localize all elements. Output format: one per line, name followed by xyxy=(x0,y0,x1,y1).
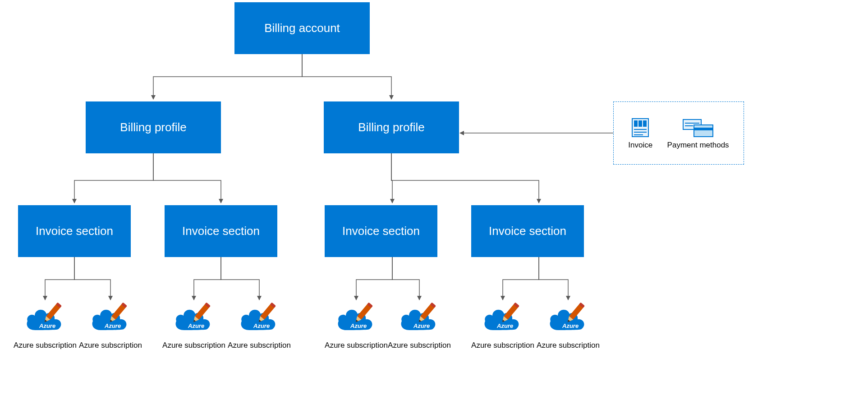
invoice-section-label: Invoice section xyxy=(182,224,260,238)
svg-rect-10 xyxy=(694,125,713,137)
invoice-section-node: Invoice section xyxy=(325,205,437,257)
azure-subscription-icon: Azure xyxy=(158,302,230,338)
billing-profile-label: Billing profile xyxy=(120,120,186,134)
billing-account-label: Billing account xyxy=(264,21,340,35)
billing-profile-label: Billing profile xyxy=(358,120,424,134)
svg-text:Azure: Azure xyxy=(496,322,513,329)
azure-subscription: Azure Azure subscription xyxy=(9,302,81,350)
azure-subscription: Azure Azure subscription xyxy=(532,302,604,350)
payment-methods-icon xyxy=(682,117,714,138)
azure-subscription-icon: Azure xyxy=(532,302,604,338)
azure-subscription: Azure Azure subscription xyxy=(320,302,392,350)
azure-subscription-label: Azure subscription xyxy=(383,341,455,350)
azure-subscription: Azure Azure subscription xyxy=(467,302,539,350)
azure-subscription-label: Azure subscription xyxy=(223,341,295,350)
payment-methods-info: Payment methods xyxy=(667,117,729,150)
invoice-section-label: Invoice section xyxy=(342,224,420,238)
azure-subscription-icon: Azure xyxy=(383,302,455,338)
azure-subscription: Azure Azure subscription xyxy=(383,302,455,350)
azure-subscription-icon: Azure xyxy=(467,302,539,338)
billing-profile-node: Billing profile xyxy=(86,101,221,153)
svg-text:Azure: Azure xyxy=(104,322,121,329)
diagram-canvas: Billing account Billing profile Billing … xyxy=(0,0,868,405)
azure-subscription-label: Azure subscription xyxy=(158,341,230,350)
invoice-section-node: Invoice section xyxy=(18,205,131,257)
azure-subscription-icon: Azure xyxy=(223,302,295,338)
azure-subscription-label: Azure subscription xyxy=(467,341,539,350)
azure-subscription: Azure Azure subscription xyxy=(74,302,147,350)
azure-subscription: Azure Azure subscription xyxy=(223,302,295,350)
svg-text:Azure: Azure xyxy=(350,322,367,329)
azure-subscription-label: Azure subscription xyxy=(74,341,147,350)
azure-subscription-label: Azure subscription xyxy=(320,341,392,350)
invoice-section-node: Invoice section xyxy=(471,205,584,257)
svg-rect-3 xyxy=(643,120,647,127)
invoice-section-label: Invoice section xyxy=(489,224,566,238)
azure-subscription-icon: Azure xyxy=(9,302,81,338)
svg-text:Azure: Azure xyxy=(39,322,55,329)
invoice-section-label: Invoice section xyxy=(36,224,113,238)
svg-text:Azure: Azure xyxy=(562,322,579,329)
profile-info-box: Invoice Payment methods xyxy=(613,101,744,165)
azure-subscription-icon: Azure xyxy=(320,302,392,338)
invoice-icon xyxy=(629,117,651,138)
azure-subscription-icon: Azure xyxy=(74,302,147,338)
svg-text:Azure: Azure xyxy=(413,322,430,329)
invoice-caption: Invoice xyxy=(628,141,652,150)
billing-account-node: Billing account xyxy=(234,2,370,54)
payment-methods-caption: Payment methods xyxy=(667,141,729,150)
azure-subscription-label: Azure subscription xyxy=(532,341,604,350)
billing-profile-node: Billing profile xyxy=(324,101,459,153)
svg-text:Azure: Azure xyxy=(253,322,270,329)
azure-subscription-label: Azure subscription xyxy=(9,341,81,350)
invoice-info: Invoice xyxy=(628,117,652,150)
svg-rect-1 xyxy=(634,120,638,127)
svg-text:Azure: Azure xyxy=(188,322,204,329)
invoice-section-node: Invoice section xyxy=(165,205,277,257)
svg-rect-11 xyxy=(694,128,713,130)
azure-subscription: Azure Azure subscription xyxy=(158,302,230,350)
svg-rect-2 xyxy=(638,120,642,127)
